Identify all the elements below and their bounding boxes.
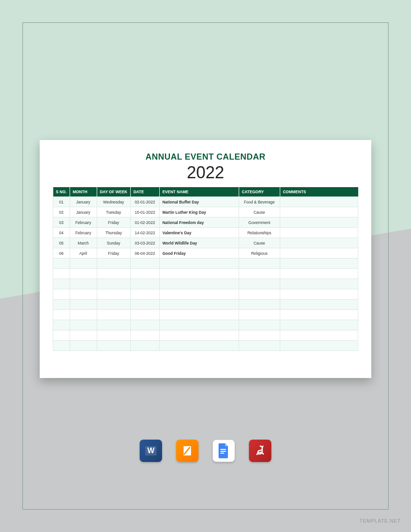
cell-empty <box>280 330 358 341</box>
cell-month: February <box>70 228 97 238</box>
cell-empty <box>280 259 358 269</box>
document-year: 2022 <box>53 163 358 182</box>
cell-empty <box>280 310 358 320</box>
table-row: 04FebruaryThursday14-02-2022Valentine's … <box>53 228 358 238</box>
cell-empty <box>159 330 239 341</box>
table-row: 01JanuaryWednesday02-01-2022National Buf… <box>53 197 358 207</box>
word-icon: W <box>140 440 162 462</box>
table-row-empty <box>53 341 358 351</box>
svg-rect-5 <box>220 453 224 454</box>
cell-empty <box>53 259 70 269</box>
cell-category: Cause <box>239 207 280 217</box>
svg-text:W: W <box>147 447 155 455</box>
cell-empty <box>97 289 130 300</box>
cell-empty <box>239 300 280 310</box>
table-row-empty <box>53 300 358 310</box>
cell-empty <box>130 330 159 341</box>
cell-sno: 04 <box>53 228 70 238</box>
cell-empty <box>97 320 130 330</box>
cell-event: National Buffet Day <box>159 197 239 207</box>
pdf-icon <box>249 440 271 462</box>
cell-empty <box>70 289 97 300</box>
cell-date: 03-03-2022 <box>130 238 159 248</box>
cell-empty <box>70 320 97 330</box>
svg-rect-4 <box>220 451 226 452</box>
cell-empty <box>159 289 239 300</box>
cell-empty <box>53 320 70 330</box>
cell-event: National Freedom day <box>159 217 239 228</box>
cell-category: Relationships <box>239 228 280 238</box>
cell-sno: 02 <box>53 207 70 217</box>
cell-sno: 01 <box>53 197 70 207</box>
cell-comments <box>280 217 358 228</box>
cell-empty <box>70 310 97 320</box>
header-category: CATEGORY <box>239 187 280 197</box>
cell-date: 15-01-2022 <box>130 207 159 217</box>
cell-empty <box>239 320 280 330</box>
table-header-row: S NO. MONTH DAY OF WEEK DATE EVENT NAME … <box>53 187 358 197</box>
cell-empty <box>280 341 358 351</box>
cell-empty <box>53 330 70 341</box>
cell-empty <box>70 300 97 310</box>
cell-empty <box>239 279 280 289</box>
cell-empty <box>130 289 159 300</box>
cell-empty <box>280 269 358 279</box>
cell-comments <box>280 238 358 248</box>
cell-empty <box>53 310 70 320</box>
cell-empty <box>239 330 280 341</box>
cell-empty <box>159 310 239 320</box>
cell-empty <box>130 310 159 320</box>
cell-empty <box>70 279 97 289</box>
svg-rect-3 <box>220 449 226 450</box>
format-icons-row: W <box>0 440 411 462</box>
cell-dow: Wednesday <box>97 197 130 207</box>
cell-empty <box>280 279 358 289</box>
cell-month: February <box>70 217 97 228</box>
google-docs-icon <box>213 440 235 462</box>
cell-event: World Wildlife Day <box>159 238 239 248</box>
table-row: 03FebruaryFriday01-02-2022National Freed… <box>53 217 358 228</box>
cell-empty <box>53 341 70 351</box>
cell-empty <box>130 300 159 310</box>
table-body: 01JanuaryWednesday02-01-2022National Buf… <box>53 197 358 351</box>
cell-empty <box>53 269 70 279</box>
cell-empty <box>97 279 130 289</box>
cell-empty <box>239 259 280 269</box>
cell-category: Religious <box>239 248 280 259</box>
cell-empty <box>159 341 239 351</box>
cell-empty <box>159 259 239 269</box>
cell-empty <box>280 300 358 310</box>
event-table: S NO. MONTH DAY OF WEEK DATE EVENT NAME … <box>53 187 358 351</box>
cell-empty <box>159 320 239 330</box>
header-date: DATE <box>130 187 159 197</box>
cell-comments <box>280 197 358 207</box>
cell-event: Good Friday <box>159 248 239 259</box>
cell-sno: 03 <box>53 217 70 228</box>
table-row-empty <box>53 279 358 289</box>
table-row: 05MarchSunday03-03-2022World Wildlife Da… <box>53 238 358 248</box>
cell-empty <box>97 341 130 351</box>
cell-dow: Thursday <box>97 228 130 238</box>
cell-event: Valentine's Day <box>159 228 239 238</box>
table-row-empty <box>53 259 358 269</box>
cell-empty <box>159 300 239 310</box>
cell-empty <box>130 320 159 330</box>
cell-month: January <box>70 197 97 207</box>
cell-empty <box>130 279 159 289</box>
header-month: MONTH <box>70 187 97 197</box>
cell-empty <box>130 269 159 279</box>
cell-dow: Tuesday <box>97 207 130 217</box>
cell-empty <box>280 320 358 330</box>
table-row: 06AprilFriday06-04-2022Good FridayReligi… <box>53 248 358 259</box>
document-sheet: ANNUAL EVENT CALENDAR 2022 S NO. MONTH D… <box>40 140 371 378</box>
cell-comments <box>280 207 358 217</box>
table-row-empty <box>53 269 358 279</box>
cell-empty <box>130 341 159 351</box>
cell-empty <box>239 310 280 320</box>
cell-dow: Friday <box>97 248 130 259</box>
cell-empty <box>239 289 280 300</box>
header-event: EVENT NAME <box>159 187 239 197</box>
cell-category: Food & Beverage <box>239 197 280 207</box>
table-row-empty <box>53 289 358 300</box>
cell-date: 01-02-2022 <box>130 217 159 228</box>
